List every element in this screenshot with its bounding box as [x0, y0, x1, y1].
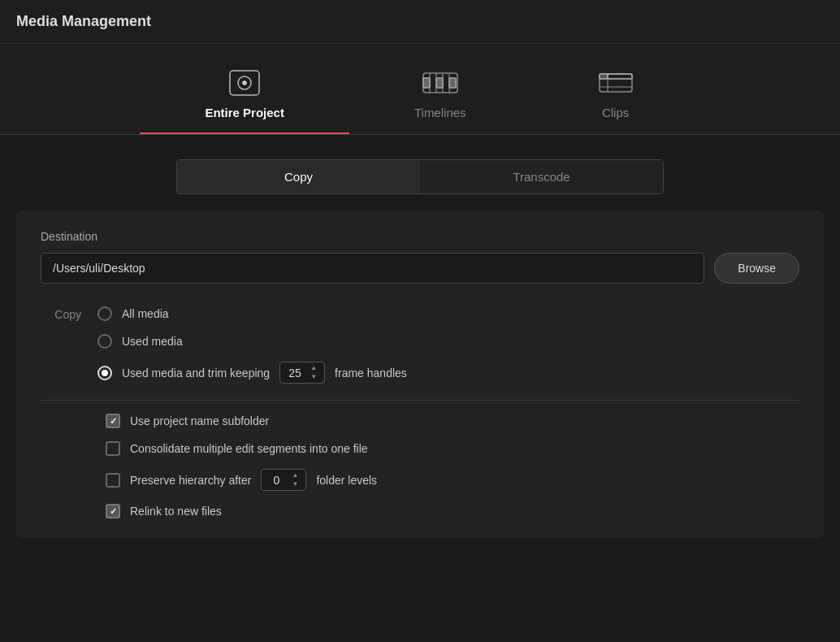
copy-mode-button[interactable]: Copy: [177, 160, 420, 193]
radio-used-media-trim-label: Used media and trim keeping: [122, 367, 270, 380]
radio-all-media-btn[interactable]: [97, 306, 112, 321]
folder-levels-arrows: ▲ ▼: [289, 471, 301, 488]
tab-clips-label: Clips: [602, 106, 629, 119]
radio-used-media-trim[interactable]: Used media and trim keeping 25 ▲ ▼ frame…: [97, 362, 407, 384]
svg-rect-8: [423, 78, 430, 88]
tab-clips[interactable]: Clips: [531, 60, 700, 134]
svg-rect-9: [436, 78, 443, 88]
checkbox-relink-row[interactable]: Relink to new files: [106, 504, 799, 518]
browse-button[interactable]: Browse: [714, 253, 799, 284]
checkbox-use-project-name[interactable]: [106, 414, 120, 428]
checkbox-relink[interactable]: [106, 504, 120, 518]
radio-group: All media Used media Used media and trim…: [97, 306, 407, 384]
folder-levels-down-arrow[interactable]: ▼: [289, 480, 301, 488]
tab-timelines-label: Timelines: [414, 106, 466, 119]
checkbox-consolidate[interactable]: [106, 441, 120, 456]
radio-used-media-label: Used media: [122, 335, 183, 348]
checkbox-use-project-name-row[interactable]: Use project name subfolder: [106, 414, 799, 428]
checkbox-preserve-hierarchy[interactable]: [106, 473, 120, 488]
svg-rect-16: [608, 74, 632, 79]
svg-point-2: [243, 81, 246, 85]
tab-entire-project[interactable]: Entire Project: [140, 60, 349, 134]
radio-used-media[interactable]: Used media: [97, 334, 407, 349]
frame-handles-value: 25: [285, 367, 305, 380]
radio-used-media-btn[interactable]: [97, 334, 112, 349]
folder-levels-spinbox[interactable]: 0 ▲ ▼: [261, 469, 306, 491]
radio-all-media[interactable]: All media: [97, 306, 407, 321]
folder-levels-up-arrow[interactable]: ▲: [289, 471, 301, 479]
destination-label: Destination: [41, 230, 799, 243]
tab-timelines[interactable]: Timelines: [349, 60, 531, 134]
checkbox-use-project-name-label: Use project name subfolder: [130, 414, 269, 427]
copy-section-label: Copy: [41, 306, 81, 321]
mode-btn-group: Copy Transcode: [176, 159, 664, 194]
timelines-icon: [421, 68, 460, 98]
window-title: Media Management: [16, 13, 824, 30]
tab-entire-project-label: Entire Project: [205, 106, 284, 119]
radio-all-media-label: All media: [122, 307, 169, 320]
frame-handles-up-arrow[interactable]: ▲: [308, 364, 319, 372]
folder-levels-suffix: folder levels: [316, 474, 377, 487]
checkbox-consolidate-row[interactable]: Consolidate multiple edit segments into …: [106, 441, 799, 456]
folder-levels-value: 0: [266, 474, 286, 487]
tab-bar: Entire Project Timelines: [0, 44, 840, 135]
checkboxes-section: Use project name subfolder Consolidate m…: [41, 414, 799, 518]
svg-rect-15: [600, 74, 608, 79]
content-panel: Destination Browse Copy All media Used m…: [16, 210, 824, 538]
svg-rect-10: [449, 78, 456, 88]
destination-row: Browse: [41, 253, 799, 284]
checkbox-preserve-hierarchy-row[interactable]: Preserve hierarchy after 0 ▲ ▼ folder le…: [106, 469, 799, 491]
frame-handles-suffix: frame handles: [335, 367, 407, 380]
frame-handles-arrows: ▲ ▼: [308, 364, 319, 381]
clips-icon: [596, 68, 635, 98]
title-bar: Media Management: [0, 0, 840, 44]
mode-switcher: Copy Transcode: [0, 135, 840, 210]
checkbox-relink-label: Relink to new files: [130, 505, 222, 518]
copy-section: Copy All media Used media Used media and…: [41, 306, 799, 384]
destination-input[interactable]: [41, 253, 704, 284]
project-icon: [225, 68, 264, 98]
radio-used-media-trim-btn[interactable]: [97, 366, 112, 380]
transcode-mode-button[interactable]: Transcode: [420, 160, 663, 193]
section-divider: [41, 400, 799, 401]
checkbox-consolidate-label: Consolidate multiple edit segments into …: [130, 442, 368, 455]
frame-handles-spinbox[interactable]: 25 ▲ ▼: [279, 362, 325, 384]
frame-handles-down-arrow[interactable]: ▼: [308, 373, 319, 381]
checkbox-preserve-hierarchy-label: Preserve hierarchy after: [130, 474, 251, 487]
